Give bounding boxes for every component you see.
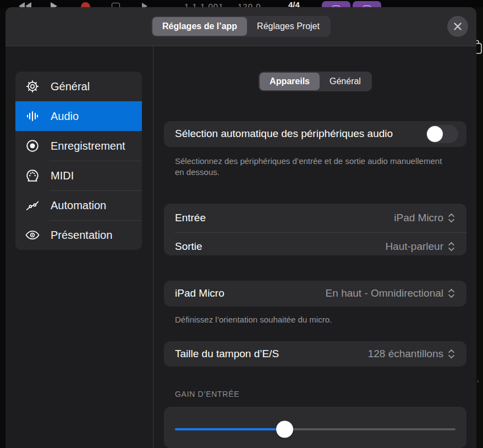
sidebar-item[interactable]: Général [15, 72, 142, 101]
sidebar-item-label: Automation [51, 199, 106, 212]
sidebar-item-label: Général [51, 80, 90, 93]
close-button[interactable] [447, 16, 468, 37]
chevron-up-down-icon [447, 288, 455, 299]
modal-header: Réglages de l’appRéglages Projet [6, 7, 476, 46]
mic-label: iPad Micro [175, 287, 326, 299]
chevron-up-down-icon [447, 241, 455, 252]
buffer-label: Taille du tampon d’E/S [175, 348, 368, 360]
sidebar-item[interactable]: MIDI [15, 161, 142, 190]
device-picker-row[interactable]: Sortie Haut-parleur [164, 232, 466, 255]
modal-body: Général Audio Enregistrement [6, 46, 476, 448]
settings-tab[interactable]: Réglages de l’app [152, 17, 247, 36]
audio-subtab[interactable]: Appareils [260, 73, 320, 90]
chevron-right-icon: › [477, 378, 479, 384]
gain-slider-fill [175, 428, 284, 430]
background-right-edge: › [476, 7, 483, 448]
settings-sidebar: Général Audio Enregistrement [6, 46, 153, 448]
sidebar-item-label: MIDI [51, 170, 74, 182]
gain-slider-knob[interactable] [276, 420, 293, 438]
mic-value: En haut - Omnidirectional [326, 287, 443, 299]
sidebar-menu: Général Audio Enregistrement [15, 72, 142, 250]
buffer-size-row[interactable]: Taille du tampon d’E/S 128 échantillons [164, 341, 466, 367]
settings-tabs: Réglages de l’appRéglages Projet [151, 16, 331, 37]
sidebar-item[interactable]: Présentation [15, 220, 142, 250]
close-icon [452, 21, 463, 32]
auto-select-label: Sélection automatique des périphériques … [175, 128, 426, 140]
chevron-up-down-icon [447, 348, 455, 359]
clipboard-icon [476, 39, 482, 56]
waveform-icon [25, 108, 40, 124]
garageband-screen: 1 1 1.001 120.0 4/4 › Réglages de l’appR… [0, 0, 483, 448]
sidebar-item[interactable]: Enregistrement [15, 131, 142, 161]
mic-caption: Définissez l’orientation souhaitée du mi… [175, 314, 450, 325]
automation-icon [25, 198, 40, 213]
auto-select-row: Sélection automatique des périphériques … [164, 121, 466, 147]
midi-icon [25, 168, 40, 183]
sidebar-item-label: Enregistrement [51, 140, 125, 152]
picker-label: Entrée [175, 212, 394, 224]
sidebar-item[interactable]: Audio [15, 101, 142, 131]
buffer-value: 128 échantillons [368, 348, 443, 360]
audio-settings-panel: AppareilsGénéral Sélection automatique d… [153, 46, 476, 448]
input-gain-card [164, 407, 466, 448]
settings-modal: Réglages de l’appRéglages Projet Général [6, 7, 476, 448]
picker-value: Haut-parleur [385, 241, 443, 253]
audio-subtab[interactable]: Général [320, 73, 371, 90]
picker-label: Sortie [175, 241, 385, 253]
input-gain-slider[interactable] [175, 420, 455, 438]
input-gain-section-label: GAIN D’ENTRÉE [175, 390, 466, 398]
settings-tab[interactable]: Réglages Projet [247, 17, 330, 36]
gear-icon [25, 79, 40, 94]
auto-select-caption: Sélectionnez des périphériques d’entrée … [175, 156, 450, 178]
sidebar-item-label: Présentation [51, 229, 112, 242]
picker-value: iPad Micro [394, 212, 443, 224]
io-device-group: Entrée iPad Micro Sortie Haut-parleur [164, 204, 466, 255]
sidebar-item-label: Audio [51, 110, 79, 123]
record-circle-icon [25, 138, 40, 154]
audio-subtabs: AppareilsGénéral [259, 72, 372, 91]
mic-orientation-row[interactable]: iPad Micro En haut - Omnidirectional [164, 281, 466, 307]
chevron-up-down-icon [447, 212, 455, 223]
sidebar-item[interactable]: Automation [15, 190, 142, 220]
toggle-knob [427, 126, 443, 142]
time-signature: 4/4 [288, 0, 300, 8]
auto-select-toggle[interactable] [426, 125, 458, 143]
eye-icon [25, 227, 40, 243]
device-picker-row[interactable]: Entrée iPad Micro [164, 204, 466, 232]
background-toolbar: 1 1 1.001 120.0 4/4 [0, 0, 483, 8]
